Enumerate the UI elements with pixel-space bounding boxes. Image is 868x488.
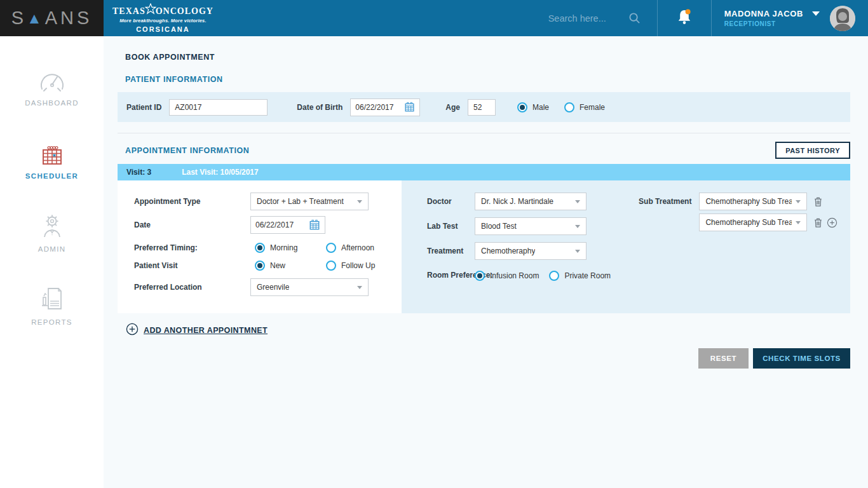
logo-triangle-icon: ▲ [27,10,45,27]
gauge-icon [38,65,66,93]
morning-radio[interactable]: Morning [255,243,297,253]
past-history-button[interactable]: PAST HISTORY [775,142,850,159]
calendar-icon [41,139,64,166]
header-bar: TEXAS ONCOLOGY More breakthroughs. More … [104,0,868,36]
clinic-tagline: More breakthroughs. More victories. [119,18,207,24]
chevron-down-icon [812,11,820,16]
calendar-picker-icon[interactable] [309,219,320,231]
chevron-down-icon [796,221,801,224]
clinic-name-2: ONCOLOGY [156,7,214,16]
sub-treatment-row: Chemotheraphy Sub Treat [699,214,837,231]
page-title: BOOK APPOINTMENT [125,53,850,62]
appointment-type-select[interactable]: Doctor + Lab + Treatment [250,193,369,210]
sidebar-nav: DASHBOARD SCHEDULER [0,36,104,488]
sub-treatment-label: Sub Treatment [639,197,691,234]
patient-id-input[interactable] [169,99,268,116]
last-visit-date: Last Visit: 10/05/2017 [182,168,259,177]
radio-icon [564,102,574,112]
doctor-select[interactable]: Dr. Nick J. Martindale [475,193,587,210]
notifications-button[interactable] [658,8,711,29]
sidebar-item-label: REPORTS [31,318,72,326]
new-visit-radio[interactable]: New [255,261,285,271]
sub-treatment-column: Sub Treatment Chemotheraphy Sub Treat [639,180,837,234]
private-room-radio[interactable]: Private Room [549,271,611,281]
sidebar-item-scheduler[interactable]: SCHEDULER [0,139,104,180]
sidebar-item-label: ADMIN [38,245,66,253]
sidebar-item-reports[interactable]: REPORTS [0,285,104,326]
search-icon[interactable] [628,12,641,24]
age-input[interactable] [468,99,496,116]
patient-visit-label: Patient Visit [134,261,250,270]
sub-treatment-select-2[interactable]: Chemotheraphy Sub Treat [699,214,807,231]
sidebar-item-admin[interactable]: ADMIN [0,212,104,253]
date-input[interactable]: 06/22/2017 [250,216,325,234]
avatar[interactable] [830,6,855,31]
appointment-left-card: Appointment Type Doctor + Lab + Treatmen… [118,180,402,313]
add-sub-treatment-button[interactable] [827,217,837,228]
plus-circle-icon [126,323,139,338]
section-divider [118,133,850,133]
chevron-down-icon [575,250,580,253]
radio-icon [517,102,527,112]
infusion-room-radio[interactable]: Infusion Room [475,271,539,281]
preferred-location-label: Preferred Location [134,283,250,292]
sub-treatment-select-1[interactable]: Chemotheraphy Sub Treat [699,193,807,210]
chevron-down-icon [357,286,362,289]
reset-button[interactable]: RESET [698,348,749,369]
top-header: S▲ANS TEXAS ONCOLOGY More breakthroughs.… [0,0,868,36]
afternoon-radio[interactable]: Afternoon [326,243,374,253]
check-time-slots-button[interactable]: CHECK TIME SLOTS [753,348,850,369]
main-content: BOOK APPOINTMENT PATIENT INFORMATION Pat… [104,36,868,488]
user-name: MADONNA JACOB [724,9,803,18]
treatment-select[interactable]: Chemotheraphy [475,242,587,260]
room-preference-label: Room Preference: [427,269,475,281]
radio-icon [326,243,336,253]
clinic-name-1: TEXAS [112,7,146,16]
user-menu[interactable]: MADONNA JACOB RECEPTIONIST [712,9,830,27]
sidebar-item-label: DASHBOARD [25,99,79,107]
patient-info-bar: Patient ID Date of Birth 06/22/2017 Age … [118,92,850,122]
sidebar-item-dashboard[interactable]: DASHBOARD [0,65,104,107]
radio-icon [255,261,265,271]
preferred-location-select[interactable]: Greenvile [250,278,369,296]
app-logo[interactable]: S▲ANS [0,0,104,36]
clinic-logo: TEXAS ONCOLOGY More breakthroughs. More … [112,3,214,33]
radio-icon [326,261,336,271]
dob-input[interactable]: 06/22/2017 [350,98,420,116]
follow-up-radio[interactable]: Follow Up [326,261,375,271]
doctor-label: Doctor [427,197,475,206]
add-another-appointment-link[interactable]: ADD ANOTHER APPOINTMNET [126,323,268,338]
visit-count: Visit: 3 [126,168,151,177]
dob-label: Date of Birth [297,103,342,112]
appointment-panel: Visit: 3 Last Visit: 10/05/2017 Appointm… [118,164,850,313]
search-input[interactable] [548,13,625,24]
star-icon [145,3,156,17]
bell-icon [676,8,693,29]
delete-sub-treatment-button[interactable] [813,217,823,228]
female-radio[interactable]: Female [564,102,605,112]
user-role: RECEPTIONIST [724,20,820,27]
appointment-type-label: Appointment Type [134,197,250,206]
sidebar-item-label: SCHEDULER [25,172,78,180]
chevron-down-icon [796,200,801,203]
delete-sub-treatment-button[interactable] [813,196,823,207]
date-label: Date [134,220,250,229]
lab-test-select[interactable]: Blood Test [475,217,587,235]
app-logo-text: S▲ANS [11,9,93,27]
calendar-picker-icon[interactable] [404,102,415,112]
male-radio[interactable]: Male [517,102,549,112]
lab-test-label: Lab Test [427,222,475,231]
chevron-down-icon [575,225,580,228]
radio-icon [475,271,485,281]
patient-id-label: Patient ID [126,103,161,112]
reports-icon [39,285,65,313]
age-label: Age [445,103,460,112]
appointment-mid-column: Doctor Dr. Nick J. Martindale Lab Test B… [427,180,611,281]
chevron-down-icon [357,200,362,203]
clinic-location: CORSICANA [136,25,190,33]
treatment-label: Treatment [427,247,475,255]
notification-dot [685,9,690,14]
preferred-timing-label: Preferred Timing: [134,243,250,252]
chevron-down-icon [575,200,580,203]
admin-gear-icon [39,212,65,240]
